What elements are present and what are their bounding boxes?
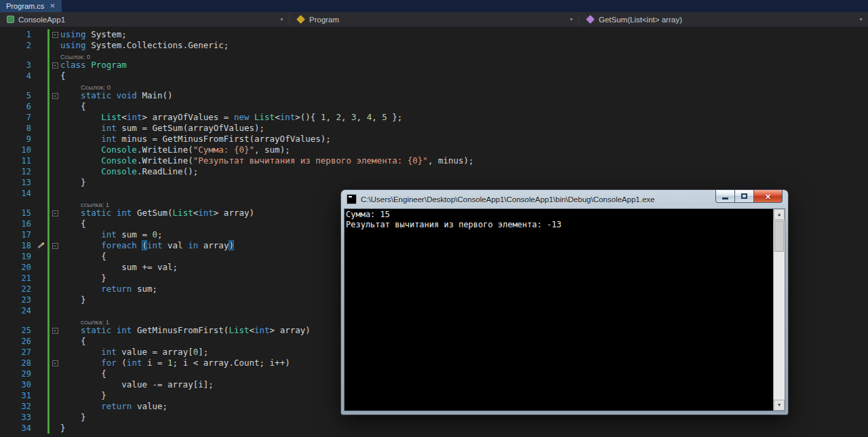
close-button[interactable]: × [753, 190, 783, 203]
fold-margin [50, 379, 60, 390]
code-text[interactable]: { [60, 101, 868, 112]
codelens-text[interactable]: Ссылок: 0 [60, 51, 868, 60]
line-number[interactable]: 19 [0, 251, 35, 262]
line-number[interactable]: 15 [0, 208, 35, 218]
type-dropdown[interactable]: Program ▼ [289, 12, 578, 26]
line-number[interactable]: 29 [0, 368, 35, 379]
code-line[interactable]: 11 Console.WriteLine("Результат вычитани… [0, 155, 868, 166]
line-number[interactable]: 21 [0, 273, 35, 284]
line-number[interactable] [0, 316, 35, 325]
line-number[interactable] [0, 51, 35, 60]
code-line[interactable]: 8 int sum = GetSum(arrayOfValues); [0, 123, 868, 134]
line-number[interactable]: 14 [0, 188, 35, 199]
code-text[interactable]: Console.ReadLine(); [60, 166, 868, 177]
line-number[interactable]: 13 [0, 177, 35, 188]
minimize-button[interactable] [715, 190, 735, 203]
code-line[interactable]: 3-class Program [0, 60, 868, 71]
line-number[interactable]: 28 [0, 358, 35, 368]
scrollbar-thumb[interactable] [774, 221, 784, 252]
fold-margin [50, 40, 60, 51]
code-line[interactable]: 12 Console.ReadLine(); [0, 166, 868, 177]
code-line[interactable]: 1-using System; [0, 29, 868, 40]
console-window[interactable]: C:\Users\Engineer\Desktop\ConsoleApp1\Co… [341, 190, 788, 415]
line-number[interactable]: 3 [0, 60, 35, 71]
code-text[interactable]: class Program [60, 60, 868, 71]
line-number[interactable]: 4 [0, 71, 35, 81]
code-text[interactable]: int sum = GetSum(arrayOfValues); [60, 123, 868, 134]
fold-toggle[interactable]: - [52, 243, 58, 249]
fold-margin [50, 336, 60, 347]
code-line[interactable]: 5- static void Main() [0, 90, 868, 101]
line-number[interactable]: 8 [0, 123, 35, 134]
line-number[interactable]: 34 [0, 423, 35, 434]
chevron-down-icon: ▼ [569, 17, 574, 22]
fold-toggle[interactable]: - [52, 32, 58, 38]
maximize-button[interactable] [735, 190, 753, 203]
glyph-margin [35, 208, 47, 218]
code-text[interactable]: using System; [60, 29, 868, 40]
line-number[interactable]: 7 [0, 112, 35, 123]
line-number[interactable]: 27 [0, 347, 35, 358]
code-text[interactable]: { [60, 71, 868, 81]
member-dropdown[interactable]: GetSum(List<int> array) ▼ [578, 12, 868, 26]
codelens-row[interactable]: Ссылок: 0 [0, 51, 868, 60]
line-number[interactable]: 33 [0, 412, 35, 423]
code-text[interactable]: int minus = GetMinusFromFirst(arrayOfVal… [60, 134, 868, 145]
line-number[interactable]: 11 [0, 155, 35, 166]
code-line[interactable]: 34} [0, 423, 868, 434]
line-number[interactable]: 30 [0, 379, 35, 390]
tab-close-icon[interactable]: ✕ [50, 3, 55, 10]
code-text[interactable]: } [60, 423, 868, 434]
line-number[interactable]: 17 [0, 229, 35, 240]
line-number[interactable]: 9 [0, 134, 35, 145]
fold-toggle[interactable]: - [52, 360, 58, 366]
glyph-margin [35, 29, 47, 40]
code-text[interactable]: static void Main() [60, 90, 868, 101]
code-line[interactable]: 10 Console.WriteLine("Сумма: {0}", sum); [0, 145, 868, 155]
method-icon [586, 15, 595, 24]
fold-toggle[interactable]: - [52, 62, 58, 69]
codelens-text[interactable]: Ссылок: 0 [60, 81, 868, 90]
scroll-down-button[interactable]: ▼ [774, 400, 785, 411]
fold-toggle[interactable]: - [52, 328, 58, 334]
line-number[interactable]: 10 [0, 145, 35, 155]
project-dropdown[interactable]: ConsoleApp1 ▼ [0, 12, 289, 26]
code-line[interactable]: 6 { [0, 101, 868, 112]
line-number[interactable]: 22 [0, 284, 35, 294]
line-number[interactable]: 25 [0, 325, 35, 336]
line-number[interactable]: 26 [0, 336, 35, 347]
line-number[interactable]: 24 [0, 305, 35, 316]
line-number[interactable]: 23 [0, 294, 35, 305]
code-line[interactable]: 4{ [0, 71, 868, 81]
fold-toggle[interactable]: - [52, 210, 58, 216]
code-text[interactable]: Console.WriteLine("Результат вычитания и… [60, 155, 868, 166]
glyph-margin [35, 273, 47, 284]
code-text[interactable]: Console.WriteLine("Сумма: {0}", sum); [60, 145, 868, 155]
line-number[interactable]: 18 [0, 240, 35, 251]
navigation-bar: ConsoleApp1 ▼ Program ▼ GetSum(List<int>… [0, 12, 868, 27]
code-line[interactable]: 9 int minus = GetMinusFromFirst(arrayOfV… [0, 134, 868, 145]
line-number[interactable]: 32 [0, 401, 35, 412]
code-text[interactable]: List<int> arrayOfValues = new List<int>(… [60, 112, 868, 123]
line-number[interactable]: 12 [0, 166, 35, 177]
console-scrollbar[interactable]: ▲ ▼ [773, 209, 785, 411]
code-line[interactable]: 7 List<int> arrayOfValues = new List<int… [0, 112, 868, 123]
fold-margin [50, 134, 60, 145]
line-number[interactable]: 16 [0, 218, 35, 229]
line-number[interactable]: 2 [0, 40, 35, 51]
code-line[interactable]: 2using System.Collections.Generic; [0, 40, 868, 51]
code-text[interactable]: using System.Collections.Generic; [60, 40, 868, 51]
line-number[interactable]: 1 [0, 29, 35, 40]
codelens-row[interactable]: Ссылок: 0 [0, 81, 868, 90]
fold-toggle[interactable]: - [52, 93, 58, 99]
line-number[interactable]: 6 [0, 101, 35, 112]
code-line[interactable]: 13 } [0, 177, 868, 188]
line-number[interactable]: 5 [0, 90, 35, 101]
code-text[interactable]: } [60, 177, 868, 188]
scroll-up-button[interactable]: ▲ [774, 209, 785, 220]
tab-program-cs[interactable]: Program.cs ✕ [0, 0, 62, 12]
line-number[interactable]: 31 [0, 390, 35, 401]
line-number[interactable]: 20 [0, 262, 35, 273]
line-number[interactable] [0, 81, 35, 90]
line-number[interactable] [0, 199, 35, 208]
